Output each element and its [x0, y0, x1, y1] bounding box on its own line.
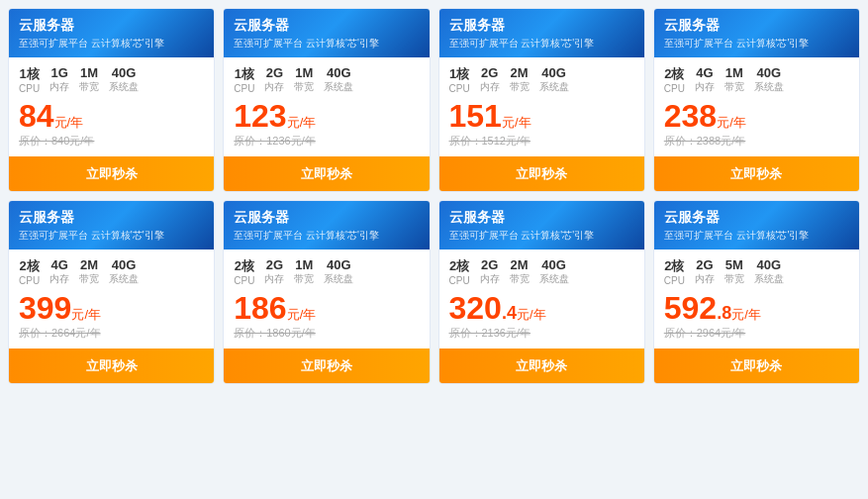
spec-label-1: 内存 — [480, 272, 500, 286]
card-title: 云服务器 — [234, 17, 419, 35]
spec-value-0: 2核 — [234, 257, 254, 275]
card-subtitle: 至强可扩展平台 云计算核'芯'引擎 — [449, 229, 634, 242]
buy-button[interactable]: 立即秒杀 — [662, 165, 851, 183]
price-row: 84元/年 — [19, 100, 204, 132]
spec-value-0: 1核 — [234, 65, 254, 83]
price-unit: 元/年 — [287, 307, 317, 322]
spec-label-0: CPU — [19, 83, 40, 94]
spec-item-0: 2核 CPU — [234, 257, 254, 286]
buy-button[interactable]: 立即秒杀 — [232, 165, 421, 183]
spec-value-3: 40G — [539, 65, 569, 80]
card-body: 2核 CPU 4G 内存 1M 带宽 40G 系统盘 238元/年 — [654, 57, 859, 156]
spec-label-0: CPU — [234, 83, 254, 94]
card-header: 云服务器 至强可扩展平台 云计算核'芯'引擎 — [224, 201, 429, 250]
specs-row: 2核 CPU 2G 内存 5M 带宽 40G 系统盘 — [664, 257, 849, 286]
price-unit: 元/年 — [71, 307, 101, 322]
price-main: 238元/年 — [664, 100, 746, 132]
price-row: 399元/年 — [19, 292, 204, 324]
price-row: 320.4元/年 — [449, 292, 634, 324]
spec-value-1: 2G — [480, 257, 500, 272]
spec-label-2: 带宽 — [79, 80, 99, 94]
spec-label-1: 内存 — [49, 272, 69, 286]
spec-value-1: 2G — [480, 65, 500, 80]
buy-button[interactable]: 立即秒杀 — [447, 165, 636, 183]
specs-row: 2核 CPU 2G 内存 2M 带宽 40G 系统盘 — [449, 257, 634, 286]
buy-button[interactable]: 立即秒杀 — [17, 357, 206, 375]
buy-button[interactable]: 立即秒杀 — [447, 357, 636, 375]
original-price: 原价：2136元/年 — [449, 326, 634, 341]
spec-item-0: 1核 CPU — [234, 65, 254, 94]
card-body: 2核 CPU 2G 内存 2M 带宽 40G 系统盘 320.4元/ — [439, 250, 644, 349]
spec-item-1: 1G 内存 — [49, 65, 69, 94]
spec-label-3: 系统盘 — [109, 272, 139, 286]
spec-label-3: 系统盘 — [324, 272, 353, 286]
spec-value-3: 40G — [324, 257, 353, 272]
price-unit: 元/年 — [731, 307, 761, 322]
card-title: 云服务器 — [664, 209, 849, 227]
buy-button[interactable]: 立即秒杀 — [17, 165, 206, 183]
spec-item-3: 40G 系统盘 — [109, 65, 139, 94]
card-subtitle: 至强可扩展平台 云计算核'芯'引擎 — [664, 37, 849, 50]
card-header: 云服务器 至强可扩展平台 云计算核'芯'引擎 — [9, 201, 214, 250]
spec-item-3: 40G 系统盘 — [539, 257, 569, 286]
spec-item-0: 2核 CPU — [664, 65, 685, 94]
card-footer[interactable]: 立即秒杀 — [224, 156, 429, 191]
spec-value-1: 1G — [49, 65, 69, 80]
spec-label-1: 内存 — [264, 80, 284, 94]
spec-value-1: 4G — [49, 257, 69, 272]
card-body: 2核 CPU 4G 内存 2M 带宽 40G 系统盘 399元/年 — [9, 250, 214, 349]
specs-row: 1核 CPU 2G 内存 2M 带宽 40G 系统盘 — [449, 65, 634, 94]
spec-value-0: 2核 — [664, 257, 685, 275]
spec-value-2: 1M — [294, 65, 314, 80]
card-footer[interactable]: 立即秒杀 — [439, 349, 644, 383]
price-main: 320.4元/年 — [449, 292, 546, 324]
spec-label-2: 带宽 — [724, 272, 744, 286]
price-decimal: .8 — [717, 303, 731, 323]
spec-label-2: 带宽 — [724, 80, 744, 94]
specs-row: 2核 CPU 4G 内存 1M 带宽 40G 系统盘 — [664, 65, 849, 94]
spec-value-0: 1核 — [449, 65, 470, 83]
spec-value-1: 2G — [264, 65, 284, 80]
price-number: 84 — [19, 98, 54, 134]
card-body: 2核 CPU 2G 内存 1M 带宽 40G 系统盘 186元/年 — [224, 250, 429, 349]
spec-label-3: 系统盘 — [109, 80, 139, 94]
spec-item-0: 1核 CPU — [19, 65, 40, 94]
spec-item-1: 2G 内存 — [480, 65, 500, 94]
card-footer[interactable]: 立即秒杀 — [439, 156, 644, 191]
spec-label-0: CPU — [449, 275, 470, 286]
card-footer[interactable]: 立即秒杀 — [9, 349, 214, 383]
price-number: 399 — [19, 290, 71, 326]
card-footer[interactable]: 立即秒杀 — [654, 349, 859, 383]
original-price: 原价：840元/年 — [19, 134, 204, 149]
price-row: 186元/年 — [234, 292, 419, 324]
spec-item-2: 1M 带宽 — [294, 65, 314, 94]
card-subtitle: 至强可扩展平台 云计算核'芯'引擎 — [664, 229, 849, 242]
buy-button[interactable]: 立即秒杀 — [232, 357, 421, 375]
card-header: 云服务器 至强可扩展平台 云计算核'芯'引擎 — [439, 201, 644, 250]
price-unit: 元/年 — [717, 115, 746, 130]
product-card-3: 云服务器 至强可扩展平台 云计算核'芯'引擎 1核 CPU 2G 内存 2M 带… — [438, 8, 645, 192]
card-title: 云服务器 — [19, 17, 204, 35]
spec-value-2: 1M — [294, 257, 314, 272]
card-footer[interactable]: 立即秒杀 — [9, 156, 214, 191]
product-card-7: 云服务器 至强可扩展平台 云计算核'芯'引擎 2核 CPU 2G 内存 2M 带… — [438, 200, 645, 384]
spec-item-2: 1M 带宽 — [79, 65, 99, 94]
product-card-8: 云服务器 至强可扩展平台 云计算核'芯'引擎 2核 CPU 2G 内存 5M 带… — [653, 200, 860, 384]
card-body: 1核 CPU 2G 内存 1M 带宽 40G 系统盘 123元/年 — [224, 57, 429, 156]
card-body: 1核 CPU 1G 内存 1M 带宽 40G 系统盘 84元/年 — [9, 57, 214, 156]
spec-item-1: 4G 内存 — [49, 257, 69, 286]
spec-label-1: 内存 — [695, 272, 715, 286]
spec-label-2: 带宽 — [294, 272, 314, 286]
price-unit: 元/年 — [502, 115, 531, 130]
card-header: 云服务器 至强可扩展平台 云计算核'芯'引擎 — [224, 9, 429, 57]
spec-label-3: 系统盘 — [754, 272, 784, 286]
buy-button[interactable]: 立即秒杀 — [662, 357, 851, 375]
spec-item-2: 2M 带宽 — [510, 65, 530, 94]
product-card-6: 云服务器 至强可扩展平台 云计算核'芯'引擎 2核 CPU 2G 内存 1M 带… — [223, 200, 430, 384]
spec-item-0: 2核 CPU — [19, 257, 40, 286]
card-footer[interactable]: 立即秒杀 — [224, 349, 429, 383]
spec-label-0: CPU — [664, 275, 685, 286]
card-footer[interactable]: 立即秒杀 — [654, 156, 859, 191]
card-header: 云服务器 至强可扩展平台 云计算核'芯'引擎 — [654, 9, 859, 57]
spec-item-1: 2G 内存 — [264, 65, 284, 94]
